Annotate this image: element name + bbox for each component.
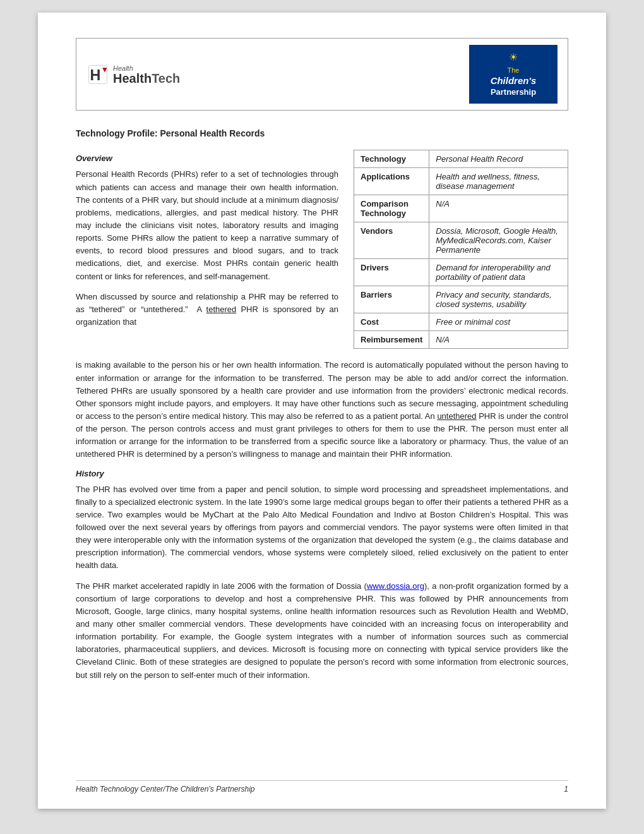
- table-label-cell: Technology: [354, 150, 429, 168]
- table-value-cell: Demand for interoperability and portabil…: [429, 259, 568, 286]
- table-label-cell: Drivers: [354, 259, 429, 286]
- table-value-cell: Personal Health Record: [429, 150, 568, 168]
- children-logo-partnership: Partnership: [478, 87, 549, 98]
- children-logo-the: The: [478, 66, 549, 75]
- table-row: ApplicationsHealth and wellness, fitness…: [354, 168, 568, 195]
- children-logo-children: Children's: [478, 75, 549, 87]
- table-label-cell: Cost: [354, 313, 429, 331]
- table-label-cell: Reimbursement: [354, 331, 429, 349]
- history-paragraph-2: The PHR market accelerated rapidly in la…: [76, 580, 568, 682]
- history-heading: History: [76, 469, 568, 478]
- table-row: TechnologyPersonal Health Record: [354, 150, 568, 168]
- page: H Health HealthTech ☀ The Children's Par…: [38, 13, 606, 809]
- svg-text:H: H: [90, 67, 100, 83]
- document-title: Technology Profile: Personal Health Reco…: [76, 128, 568, 138]
- children-partnership-logo: ☀ The Children's Partnership: [469, 45, 558, 104]
- header: H Health HealthTech ☀ The Children's Par…: [76, 38, 568, 111]
- history-paragraph-1: The PHR has evolved over time from a pap…: [76, 483, 568, 572]
- table-value-cell: N/A: [429, 331, 568, 349]
- table-row: DriversDemand for interoperability and p…: [354, 259, 568, 286]
- table-row: CostFree or minimal cost: [354, 313, 568, 331]
- healthtech-logo-text: HealthTech: [113, 72, 180, 85]
- table-value-cell: Health and wellness, fitness, disease ma…: [429, 168, 568, 195]
- content-area: Overview Personal Health Records (PHRs) …: [76, 150, 568, 349]
- overview-paragraph-2: When discussed by source and relationshi…: [76, 291, 338, 329]
- footer-page-number: 1: [564, 785, 568, 794]
- table-value-cell: Free or minimal cost: [429, 313, 568, 331]
- untethered-word: untethered: [437, 411, 476, 421]
- footer-left: Health Technology Center/The Children’s …: [76, 785, 255, 794]
- table-row: ReimbursementN/A: [354, 331, 568, 349]
- tethered-word: tethered: [206, 305, 237, 314]
- table-label-cell: Comparison Technology: [354, 195, 429, 222]
- table-row: VendorsDossia, Microsoft, Google Health,…: [354, 222, 568, 259]
- table-value-cell: Dossia, Microsoft, Google Health, MyMedi…: [429, 222, 568, 259]
- right-column: TechnologyPersonal Health RecordApplicat…: [354, 150, 568, 349]
- table-label-cell: Applications: [354, 168, 429, 195]
- table-row: Comparison TechnologyN/A: [354, 195, 568, 222]
- table-value-cell: N/A: [429, 195, 568, 222]
- history-p2-pre: The PHR market accelerated rapidly in la…: [76, 581, 367, 591]
- footer: Health Technology Center/The Children’s …: [76, 780, 568, 794]
- overview-paragraph-1: Personal Health Records (PHRs) refer to …: [76, 168, 338, 282]
- overview-paragraph-2-continued: is making available to the person his or…: [76, 359, 568, 461]
- table-label-cell: Barriers: [354, 286, 429, 313]
- left-column: Overview Personal Health Records (PHRs) …: [76, 150, 338, 349]
- healthtech-icon: H: [86, 63, 109, 86]
- info-table: TechnologyPersonal Health RecordApplicat…: [354, 150, 568, 349]
- history-p2-post: ), a non-profit organization formed by a…: [76, 581, 568, 680]
- table-row: BarriersPrivacy and security, standards,…: [354, 286, 568, 313]
- history-section: History The PHR has evolved over time fr…: [76, 469, 568, 682]
- healthtech-logo: H Health HealthTech: [86, 63, 180, 86]
- dossia-link[interactable]: www.dossia.org: [367, 581, 424, 591]
- table-label-cell: Vendors: [354, 222, 429, 259]
- table-value-cell: Privacy and security, standards, closed …: [429, 286, 568, 313]
- overview-heading: Overview: [76, 154, 338, 163]
